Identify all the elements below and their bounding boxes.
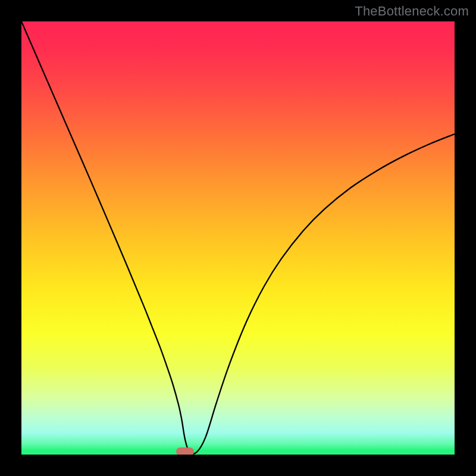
chart-frame: TheBottleneck.com xyxy=(0,0,476,476)
watermark-text: TheBottleneck.com xyxy=(355,4,469,19)
bottleneck-curve xyxy=(21,21,455,455)
plot-area xyxy=(21,21,455,455)
optimum-marker xyxy=(176,447,194,455)
